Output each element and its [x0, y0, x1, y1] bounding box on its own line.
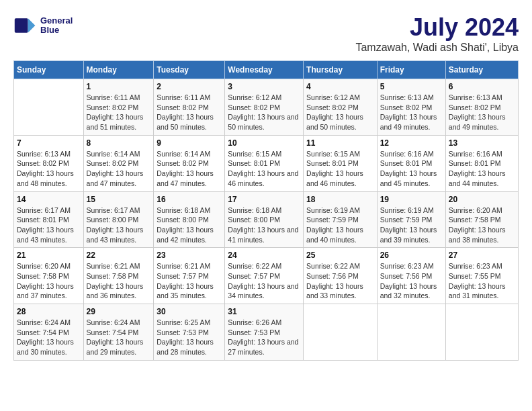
day-number: 1 [87, 82, 151, 91]
calendar-cell: 10Sunrise: 6:15 AMSunset: 8:01 PMDayligh… [225, 135, 304, 191]
day-number: 6 [449, 82, 515, 91]
day-info: Sunrise: 6:23 AMSunset: 7:56 PMDaylight:… [380, 261, 443, 301]
day-number: 23 [157, 250, 222, 260]
calendar-cell: 24Sunrise: 6:22 AMSunset: 7:57 PMDayligh… [225, 248, 304, 304]
logo-text: General Blue [40, 16, 73, 36]
day-number: 29 [87, 307, 151, 316]
day-info: Sunrise: 6:20 AMSunset: 7:58 PMDaylight:… [449, 205, 515, 245]
day-info: Sunrise: 6:26 AMSunset: 7:53 PMDaylight:… [228, 318, 300, 357]
calendar-cell: 1Sunrise: 6:11 AMSunset: 8:02 PMDaylight… [83, 79, 154, 136]
day-info: Sunrise: 6:19 AMSunset: 7:59 PMDaylight:… [380, 205, 443, 245]
calendar-week-row: 28Sunrise: 6:24 AMSunset: 7:54 PMDayligh… [14, 304, 519, 361]
day-number: 11 [306, 138, 374, 148]
calendar-week-row: 7Sunrise: 6:13 AMSunset: 8:02 PMDaylight… [14, 135, 519, 191]
day-number: 20 [449, 195, 515, 204]
day-info: Sunrise: 6:16 AMSunset: 8:01 PMDaylight:… [380, 149, 443, 189]
calendar-cell: 22Sunrise: 6:21 AMSunset: 7:58 PMDayligh… [83, 248, 154, 304]
calendar-cell: 18Sunrise: 6:19 AMSunset: 7:59 PMDayligh… [304, 191, 378, 248]
day-number: 17 [228, 195, 300, 204]
svg-rect-0 [15, 18, 28, 33]
calendar-cell: 19Sunrise: 6:19 AMSunset: 7:59 PMDayligh… [377, 191, 445, 248]
day-number: 7 [17, 138, 81, 148]
calendar-subtitle: Tamzawah, Wadi ash Shati', Libya [355, 42, 519, 54]
calendar-cell: 21Sunrise: 6:20 AMSunset: 7:58 PMDayligh… [14, 248, 84, 304]
day-number: 10 [228, 138, 300, 148]
calendar-table: SundayMondayTuesdayWednesdayThursdayFrid… [13, 60, 519, 361]
day-number: 14 [17, 195, 81, 204]
day-number: 4 [306, 82, 374, 91]
day-number: 13 [449, 138, 515, 148]
day-info: Sunrise: 6:12 AMSunset: 8:02 PMDaylight:… [306, 93, 374, 132]
day-number: 24 [228, 250, 300, 260]
calendar-cell: 3Sunrise: 6:12 AMSunset: 8:02 PMDaylight… [225, 79, 304, 136]
day-info: Sunrise: 6:22 AMSunset: 7:57 PMDaylight:… [228, 261, 300, 301]
calendar-cell [14, 79, 84, 136]
day-info: Sunrise: 6:17 AMSunset: 8:00 PMDaylight:… [87, 205, 151, 245]
calendar-cell: 11Sunrise: 6:15 AMSunset: 8:01 PMDayligh… [304, 135, 378, 191]
day-number: 9 [157, 138, 222, 148]
day-info: Sunrise: 6:17 AMSunset: 8:01 PMDaylight:… [17, 205, 81, 245]
calendar-cell: 7Sunrise: 6:13 AMSunset: 8:02 PMDaylight… [14, 135, 84, 191]
weekday-header-monday: Monday [83, 61, 154, 79]
calendar-cell: 25Sunrise: 6:22 AMSunset: 7:56 PMDayligh… [304, 248, 378, 304]
weekday-header-wednesday: Wednesday [225, 61, 304, 79]
weekday-header-saturday: Saturday [445, 61, 518, 79]
day-info: Sunrise: 6:12 AMSunset: 8:02 PMDaylight:… [228, 93, 300, 132]
day-info: Sunrise: 6:23 AMSunset: 7:55 PMDaylight:… [449, 261, 515, 301]
calendar-cell: 30Sunrise: 6:25 AMSunset: 7:53 PMDayligh… [154, 304, 225, 361]
day-number: 30 [157, 307, 222, 316]
calendar-cell: 28Sunrise: 6:24 AMSunset: 7:54 PMDayligh… [14, 304, 84, 361]
day-info: Sunrise: 6:14 AMSunset: 8:02 PMDaylight:… [157, 149, 222, 189]
calendar-cell: 17Sunrise: 6:18 AMSunset: 8:00 PMDayligh… [225, 191, 304, 248]
day-number: 26 [380, 250, 443, 260]
day-number: 5 [380, 82, 443, 91]
calendar-cell: 20Sunrise: 6:20 AMSunset: 7:58 PMDayligh… [445, 191, 518, 248]
calendar-cell: 15Sunrise: 6:17 AMSunset: 8:00 PMDayligh… [83, 191, 154, 248]
calendar-body: 1Sunrise: 6:11 AMSunset: 8:02 PMDaylight… [14, 79, 519, 361]
day-info: Sunrise: 6:14 AMSunset: 8:02 PMDaylight:… [87, 149, 151, 189]
calendar-cell: 31Sunrise: 6:26 AMSunset: 7:53 PMDayligh… [225, 304, 304, 361]
svg-marker-1 [28, 18, 36, 33]
weekday-header-sunday: Sunday [14, 61, 84, 79]
day-info: Sunrise: 6:11 AMSunset: 8:02 PMDaylight:… [87, 93, 151, 132]
calendar-cell: 13Sunrise: 6:16 AMSunset: 8:01 PMDayligh… [445, 135, 518, 191]
day-info: Sunrise: 6:22 AMSunset: 7:56 PMDaylight:… [306, 261, 374, 301]
logo: General Blue [13, 13, 73, 38]
day-number: 15 [87, 195, 151, 204]
weekday-header-friday: Friday [377, 61, 445, 79]
weekday-header-tuesday: Tuesday [154, 61, 225, 79]
calendar-cell: 23Sunrise: 6:21 AMSunset: 7:57 PMDayligh… [154, 248, 225, 304]
day-info: Sunrise: 6:18 AMSunset: 8:00 PMDaylight:… [228, 205, 300, 245]
day-number: 28 [17, 307, 81, 316]
day-info: Sunrise: 6:20 AMSunset: 7:58 PMDaylight:… [17, 261, 81, 301]
day-info: Sunrise: 6:13 AMSunset: 8:02 PMDaylight:… [380, 93, 443, 132]
day-info: Sunrise: 6:11 AMSunset: 8:02 PMDaylight:… [157, 93, 222, 132]
calendar-cell: 12Sunrise: 6:16 AMSunset: 8:01 PMDayligh… [377, 135, 445, 191]
page-header: General Blue July 2024 Tamzawah, Wadi as… [13, 13, 519, 54]
day-info: Sunrise: 6:19 AMSunset: 7:59 PMDaylight:… [306, 205, 374, 245]
day-number: 16 [157, 195, 222, 204]
day-info: Sunrise: 6:21 AMSunset: 7:58 PMDaylight:… [87, 261, 151, 301]
calendar-cell: 9Sunrise: 6:14 AMSunset: 8:02 PMDaylight… [154, 135, 225, 191]
weekday-header-thursday: Thursday [304, 61, 378, 79]
day-number: 18 [306, 195, 374, 204]
calendar-cell: 14Sunrise: 6:17 AMSunset: 8:01 PMDayligh… [14, 191, 84, 248]
calendar-cell: 26Sunrise: 6:23 AMSunset: 7:56 PMDayligh… [377, 248, 445, 304]
day-number: 25 [306, 250, 374, 260]
day-number: 19 [380, 195, 443, 204]
day-number: 2 [157, 82, 222, 91]
calendar-cell: 6Sunrise: 6:13 AMSunset: 8:02 PMDaylight… [445, 79, 518, 136]
day-info: Sunrise: 6:16 AMSunset: 8:01 PMDaylight:… [449, 149, 515, 189]
calendar-cell [377, 304, 445, 361]
calendar-cell [304, 304, 378, 361]
day-number: 31 [228, 307, 300, 316]
day-info: Sunrise: 6:18 AMSunset: 8:00 PMDaylight:… [157, 205, 222, 245]
day-info: Sunrise: 6:13 AMSunset: 8:02 PMDaylight:… [449, 93, 515, 132]
calendar-cell: 8Sunrise: 6:14 AMSunset: 8:02 PMDaylight… [83, 135, 154, 191]
calendar-cell: 5Sunrise: 6:13 AMSunset: 8:02 PMDaylight… [377, 79, 445, 136]
day-number: 22 [87, 250, 151, 260]
day-info: Sunrise: 6:13 AMSunset: 8:02 PMDaylight:… [17, 149, 81, 189]
day-number: 12 [380, 138, 443, 148]
calendar-cell: 27Sunrise: 6:23 AMSunset: 7:55 PMDayligh… [445, 248, 518, 304]
calendar-week-row: 14Sunrise: 6:17 AMSunset: 8:01 PMDayligh… [14, 191, 519, 248]
